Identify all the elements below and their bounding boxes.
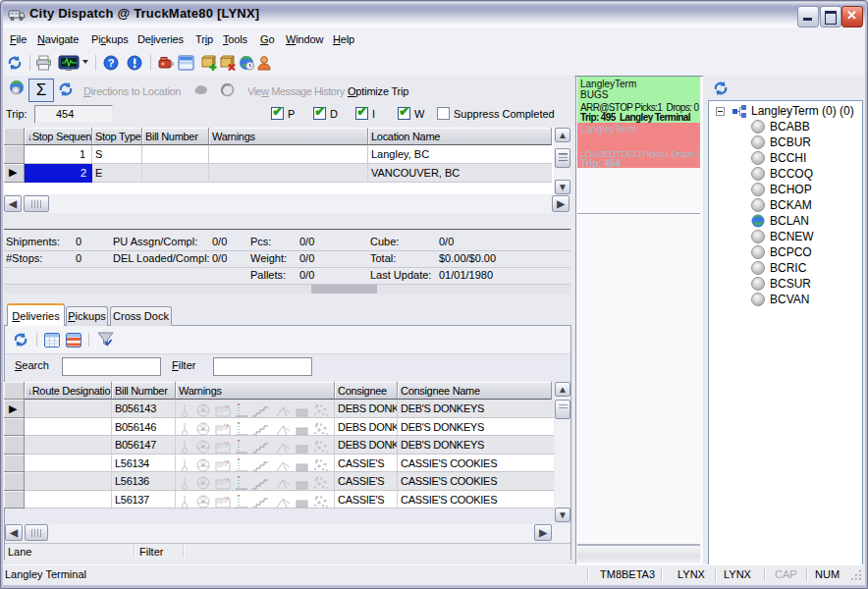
svg-text:?: ? (108, 57, 115, 69)
